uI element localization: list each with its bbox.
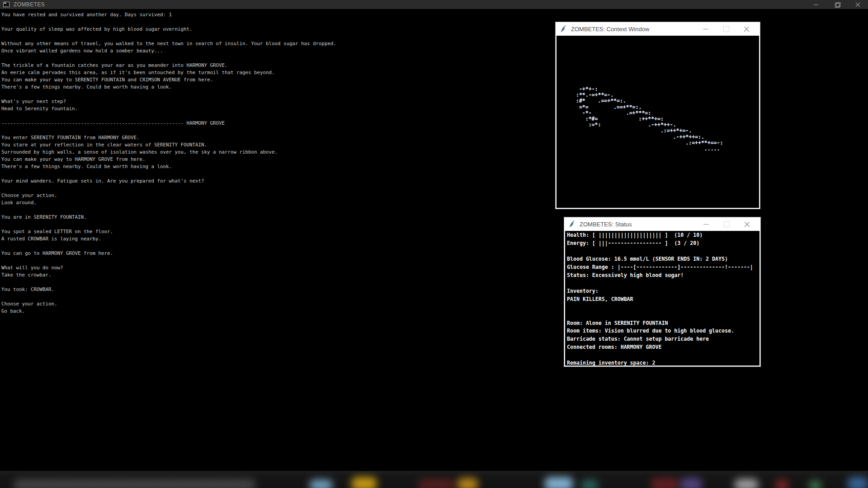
minimize-icon[interactable] [699, 22, 712, 36]
context-window-titlebar[interactable]: ZOMBETES: Context Window [556, 22, 760, 36]
context-window: ZOMBETES: Context Window -+*+-: :**.-=+*… [555, 22, 760, 209]
taskbar-app-blob[interactable] [651, 478, 679, 488]
close-x-glyph [855, 2, 860, 7]
terminal-output: You have rested and survived another day… [0, 9, 336, 315]
context-window-title: ZOMBETES: Context Window [571, 26, 649, 33]
feather-icon [569, 220, 576, 228]
status-window: ZOMBETES: Status Health: [ |||||||||||||… [564, 217, 761, 367]
taskbar-app-blob[interactable] [680, 478, 702, 488]
main-window-titlebar[interactable]: ZOMBETES [0, 0, 868, 9]
maximize-icon[interactable] [719, 22, 733, 36]
taskbar-app-blob[interactable] [775, 480, 789, 488]
context-canvas: -+*+-: :**.-=+**=-. :#* .==+**=:. =*= .=… [557, 36, 759, 208]
taskbar-app-blob[interactable] [418, 479, 454, 488]
minimize-icon[interactable] [806, 0, 826, 9]
main-window-controls [806, 0, 868, 9]
taskbar[interactable] [0, 471, 868, 488]
status-window-titlebar[interactable]: ZOMBETES: Status [564, 217, 760, 231]
taskbar-app-blob[interactable] [581, 480, 598, 488]
taskbar-app-blob[interactable] [848, 477, 868, 488]
close-x-glyph [744, 26, 750, 32]
context-window-controls [699, 22, 760, 36]
status-readout: Health: [ |||||||||||||||||||| ] (10 / 1… [565, 231, 760, 366]
close-icon[interactable] [847, 0, 868, 9]
taskbar-app-blob[interactable] [545, 477, 573, 488]
main-window-title: ZOMBETES [14, 1, 45, 8]
feather-icon [560, 25, 567, 33]
close-icon[interactable] [740, 217, 754, 231]
close-x-glyph [744, 221, 750, 227]
ascii-art-crowbar: -+*+-: :**.-=+**=-. :#* .==+**=:. =*= .=… [557, 36, 759, 152]
status-window-title: ZOMBETES: Status [580, 221, 632, 228]
maximize-icon[interactable] [720, 217, 733, 231]
taskbar-app-blob[interactable] [14, 479, 255, 488]
close-icon[interactable] [740, 22, 753, 36]
taskbar-app-blob[interactable] [809, 481, 821, 488]
status-window-controls [699, 217, 760, 231]
minimize-icon[interactable] [699, 217, 713, 231]
taskbar-app-blob[interactable] [458, 478, 478, 488]
status-canvas: Health: [ |||||||||||||||||||| ] (10 / 1… [565, 231, 760, 366]
taskbar-app-blob[interactable] [310, 480, 332, 488]
taskbar-app-blob[interactable] [352, 477, 377, 488]
taskbar-app-blob[interactable] [735, 479, 758, 488]
restore-icon[interactable] [826, 0, 847, 9]
console-app-icon [3, 2, 9, 7]
